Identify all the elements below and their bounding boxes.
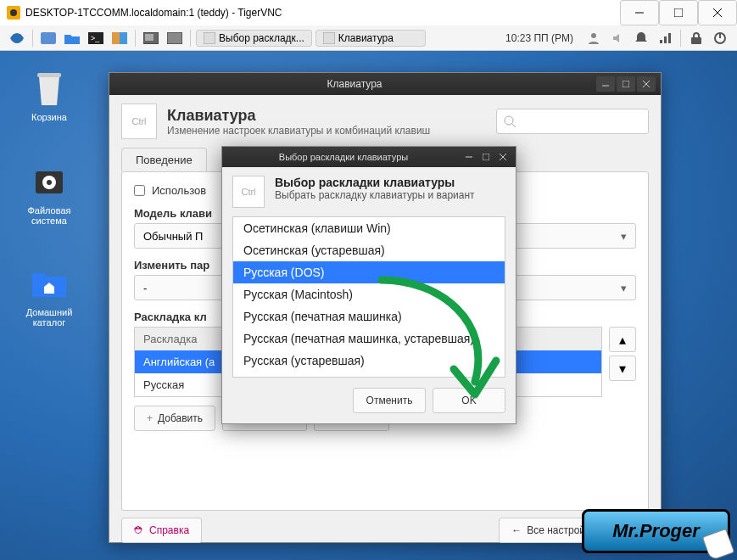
keyboard-icon: Ctrl xyxy=(232,176,265,208)
search-input[interactable] xyxy=(496,109,649,134)
svg-text:>_: >_ xyxy=(91,34,100,42)
keyboard-icon: Ctrl xyxy=(121,104,157,139)
move-down-button[interactable]: ▾ xyxy=(609,356,636,381)
list-item[interactable]: Осетинская (клавиши Win) xyxy=(233,217,505,239)
keyboard-window-titlebar[interactable]: Клавиатура xyxy=(109,73,661,95)
move-up-button[interactable]: ▴ xyxy=(609,327,636,352)
list-item[interactable]: Осетинская (устаревшая) xyxy=(233,239,505,261)
disk-icon xyxy=(29,161,70,202)
window-minimize-button[interactable] xyxy=(596,76,615,92)
layout-selection-dialog: Выбор раскладки клавиатуры Ctrl Выбор ра… xyxy=(221,146,516,424)
window-titlebar: DESKTOP-1TCCOMM.localdomain:1 (teddy) - … xyxy=(0,0,737,25)
tab-behavior[interactable]: Поведение xyxy=(121,148,207,171)
cancel-button[interactable]: Отменить xyxy=(353,388,426,413)
folder-home-icon xyxy=(29,263,70,304)
terminal-button[interactable]: >_ xyxy=(86,28,106,48)
svg-rect-10 xyxy=(120,32,127,44)
lock-icon[interactable] xyxy=(688,30,705,47)
page-title: Клавиатура xyxy=(167,107,430,125)
network-icon[interactable] xyxy=(656,30,673,47)
search-icon xyxy=(504,115,516,127)
desktop-icon-filesystem[interactable]: Файловая система xyxy=(15,161,83,226)
chevron-down-icon: ▾ xyxy=(621,230,627,243)
app-launcher-button[interactable] xyxy=(109,28,130,48)
svg-point-26 xyxy=(47,180,52,185)
svg-rect-20 xyxy=(691,37,701,44)
taskbar-item-keyboard[interactable]: Клавиатура xyxy=(315,30,426,47)
svg-rect-28 xyxy=(623,81,629,87)
maximize-button[interactable] xyxy=(659,0,698,25)
files-button[interactable] xyxy=(62,28,82,48)
panel-clock[interactable]: 10:23 ПП (PM) xyxy=(505,32,573,44)
window-title: DESKTOP-1TCCOMM.localdomain:1 (teddy) - … xyxy=(25,7,620,19)
notification-icon[interactable] xyxy=(633,30,650,47)
close-button[interactable] xyxy=(698,0,737,25)
list-item[interactable]: Русская (DOS) xyxy=(233,261,505,283)
list-item[interactable]: Русская (фонетическая) xyxy=(233,372,505,378)
desktop-icon-home[interactable]: Домашний каталог xyxy=(15,263,83,328)
workspace-1[interactable] xyxy=(141,28,161,48)
xfce-panel: >_ Выбор раскладк... Клавиатура 10:23 ПП… xyxy=(0,25,737,51)
dialog-titlebar[interactable]: Выбор раскладки клавиатуры xyxy=(222,147,516,167)
desktop-icon-trash[interactable]: Корзина xyxy=(15,68,83,122)
svg-rect-15 xyxy=(323,32,335,44)
app-menu-button[interactable] xyxy=(7,28,27,48)
help-icon: ⛑ xyxy=(134,524,144,536)
show-desktop-button[interactable] xyxy=(38,28,59,48)
ok-button[interactable]: OK xyxy=(433,388,505,413)
chevron-down-icon: ▾ xyxy=(621,282,627,294)
window-close-button[interactable] xyxy=(637,76,656,92)
system-defaults-checkbox[interactable] xyxy=(134,185,145,196)
svg-rect-23 xyxy=(37,73,61,77)
svg-rect-19 xyxy=(668,33,671,43)
list-item[interactable]: Русская (Macintosh) xyxy=(233,283,505,305)
list-item[interactable]: Русская (печатная машинка) xyxy=(233,305,505,328)
power-icon[interactable] xyxy=(712,30,729,47)
volume-icon[interactable] xyxy=(609,30,626,47)
svg-point-31 xyxy=(505,116,513,125)
svg-rect-18 xyxy=(664,36,667,43)
dialog-heading: Выбор раскладки клавиатуры xyxy=(275,176,475,189)
dialog-minimize-button[interactable] xyxy=(461,150,477,164)
svg-rect-34 xyxy=(483,154,489,160)
svg-point-1 xyxy=(10,9,17,16)
taskbar-item-layout-dialog[interactable]: Выбор раскладк... xyxy=(196,30,312,47)
list-item[interactable]: Русская (печатная машинка, устаревшая) xyxy=(233,328,505,350)
svg-line-32 xyxy=(512,124,516,127)
page-subtitle: Изменение настроек клавиатуры и комбинац… xyxy=(167,125,430,137)
svg-rect-13 xyxy=(167,32,182,44)
svg-point-16 xyxy=(591,33,596,38)
tigervnc-icon xyxy=(7,6,20,20)
help-button[interactable]: ⛑Справка xyxy=(121,518,202,543)
window-maximize-button[interactable] xyxy=(617,76,635,92)
add-layout-button[interactable]: +Добавить xyxy=(134,406,215,431)
dialog-close-button[interactable] xyxy=(495,150,511,164)
svg-rect-14 xyxy=(204,32,215,44)
svg-rect-3 xyxy=(674,8,683,17)
layout-list[interactable]: Осетинская (клавиши Win) Осетинская (уст… xyxy=(232,216,505,378)
minimize-button[interactable] xyxy=(620,0,659,25)
dialog-maximize-button[interactable] xyxy=(478,150,494,164)
list-item[interactable]: Русская (устаревшая) xyxy=(233,350,505,372)
user-icon[interactable] xyxy=(585,30,602,47)
trash-icon xyxy=(29,68,70,109)
svg-rect-12 xyxy=(145,34,154,41)
dialog-subtitle: Выбрать раскладку клавиатуры и вариант xyxy=(275,189,475,201)
watermark: Mr.Proger xyxy=(582,509,730,553)
svg-rect-17 xyxy=(660,40,662,43)
workspace-2[interactable] xyxy=(165,28,185,48)
svg-rect-6 xyxy=(41,32,56,44)
